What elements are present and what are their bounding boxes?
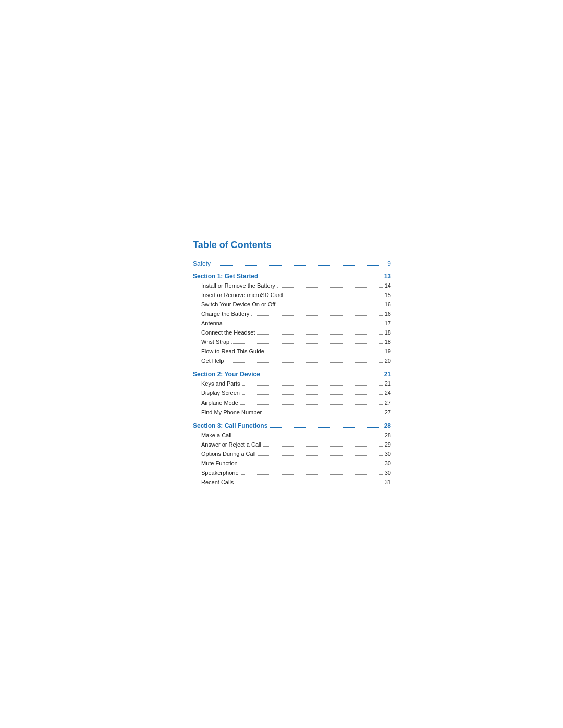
toc-safety-page: 9 (387, 260, 391, 267)
list-item: Wrist Strap 18 (193, 338, 391, 347)
section-2-header: Section 2: Your Device 21 (193, 371, 391, 378)
list-item: Switch Your Device On or Off 16 (193, 300, 391, 309)
page: Table of Contents Safety 9 Section 1: Ge… (0, 0, 563, 728)
list-item: Airplane Mode 27 (193, 399, 391, 408)
toc-safety-entry: Safety 9 (193, 260, 391, 267)
list-item: Antenna 17 (193, 319, 391, 328)
toc-title: Table of Contents (193, 240, 391, 251)
list-item: Connect the Headset 18 (193, 328, 391, 337)
section-3-page: 28 (384, 422, 391, 429)
section-3-header: Section 3: Call Functions 28 (193, 422, 391, 429)
toc-container: Table of Contents Safety 9 Section 1: Ge… (193, 240, 391, 487)
list-item: Get Help 20 (193, 356, 391, 365)
list-item: Flow to Read This Guide 19 (193, 347, 391, 356)
section-1-header: Section 1: Get Started 13 (193, 273, 391, 280)
list-item: Recent Calls 31 (193, 478, 391, 487)
toc-safety-label: Safety (193, 260, 211, 267)
section-2-label: Section 2: Your Device (193, 371, 260, 378)
list-item: Insert or Remove microSD Card 15 (193, 291, 391, 300)
section-3-dots (270, 427, 382, 428)
section-1-dots (260, 278, 382, 278)
section-3-label: Section 3: Call Functions (193, 422, 267, 429)
section-1-label: Section 1: Get Started (193, 273, 258, 280)
toc-safety-dots (213, 265, 385, 266)
section-2-page: 21 (384, 371, 391, 378)
list-item: Mute Function 30 (193, 459, 391, 468)
list-item: Install or Remove the Battery 14 (193, 281, 391, 290)
list-item: Answer or Reject a Call 29 (193, 440, 391, 449)
list-item: Speakerphone 30 (193, 468, 391, 477)
list-item: Charge the Battery 16 (193, 310, 391, 318)
section-1-page: 13 (384, 273, 391, 280)
list-item: Keys and Parts 21 (193, 379, 391, 388)
list-item: Find My Phone Number 27 (193, 408, 391, 417)
section-2-dots (262, 376, 382, 376)
list-item: Options During a Call 30 (193, 450, 391, 459)
list-item: Display Screen 24 (193, 389, 391, 398)
list-item: Make a Call 28 (193, 431, 391, 440)
